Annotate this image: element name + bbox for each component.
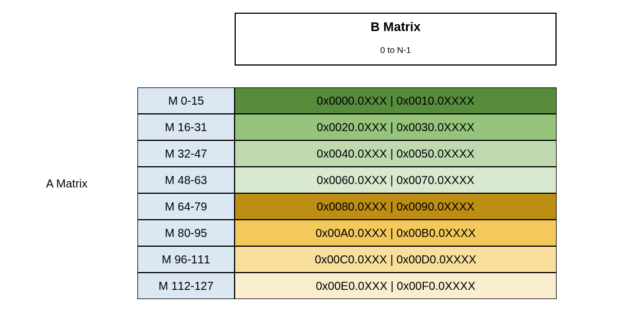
b-matrix-title: B Matrix <box>236 20 555 35</box>
a-matrix-label: A Matrix <box>46 177 87 190</box>
address-cell: 0x0040.0XXX | 0x0050.0XXXX <box>235 140 557 167</box>
m-range-cell: M 48-63 <box>137 167 235 193</box>
address-cell: 0x0000.0XXX | 0x0010.0XXXX <box>235 87 557 114</box>
m-range-cell: M 80-95 <box>137 220 235 246</box>
table-row: M 112-127 0x00E0.0XXX | 0x00F0.0XXXX <box>137 273 557 299</box>
matrix-table: M 0-15 0x0000.0XXX | 0x0010.0XXXX M 16-3… <box>137 87 557 299</box>
b-matrix-range: 0 to N-1 <box>236 45 555 55</box>
table-row: M 16-31 0x0020.0XXX | 0x0030.0XXXX <box>137 114 557 140</box>
table-row: M 0-15 0x0000.0XXX | 0x0010.0XXXX <box>137 87 557 114</box>
table-row: M 32-47 0x0040.0XXX | 0x0050.0XXXX <box>137 140 557 167</box>
table-row: M 80-95 0x00A0.0XXX | 0x00B0.0XXXX <box>137 220 557 246</box>
m-range-cell: M 32-47 <box>137 140 235 167</box>
address-cell: 0x0020.0XXX | 0x0030.0XXXX <box>235 114 557 140</box>
m-range-cell: M 0-15 <box>137 87 235 114</box>
address-cell: 0x00A0.0XXX | 0x00B0.0XXXX <box>235 220 557 246</box>
address-cell: 0x00E0.0XXX | 0x00F0.0XXXX <box>235 273 557 299</box>
address-cell: 0x0060.0XXX | 0x0070.0XXXX <box>235 167 557 193</box>
m-range-cell: M 64-79 <box>137 193 235 220</box>
b-matrix-box: B Matrix 0 to N-1 <box>235 13 557 66</box>
address-cell: 0x0080.0XXX | 0x0090.0XXXX <box>235 193 557 220</box>
table-row: M 64-79 0x0080.0XXX | 0x0090.0XXXX <box>137 193 557 220</box>
m-range-cell: M 112-127 <box>137 273 235 299</box>
m-range-cell: M 96-111 <box>137 246 235 273</box>
table-row: M 48-63 0x0060.0XXX | 0x0070.0XXXX <box>137 167 557 193</box>
address-cell: 0x00C0.0XXX | 0x00D0.0XXXX <box>235 246 557 273</box>
table-row: M 96-111 0x00C0.0XXX | 0x00D0.0XXXX <box>137 246 557 273</box>
m-range-cell: M 16-31 <box>137 114 235 140</box>
